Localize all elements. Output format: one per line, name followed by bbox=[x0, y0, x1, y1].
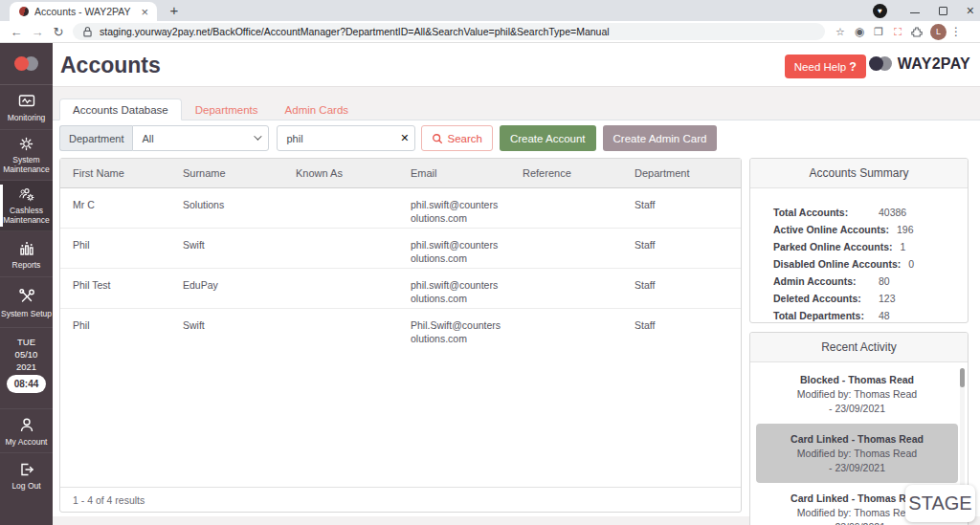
summary-row: Total Departments: 48 bbox=[773, 307, 968, 324]
browser-tab-title: Accounts - WAY2PAY bbox=[34, 6, 138, 17]
recent-activity-title: Recent Activity bbox=[750, 333, 968, 362]
tab-departments[interactable]: Departments bbox=[182, 98, 272, 120]
column-department: Department bbox=[622, 159, 741, 187]
extensions-puzzle-icon[interactable] bbox=[907, 26, 926, 38]
accounts-table: First Name Surname Known As Email Refere… bbox=[60, 159, 741, 348]
cell-department: Staff bbox=[622, 308, 741, 348]
department-label: Department bbox=[59, 125, 132, 151]
table-body: Mr C Solutions phil.swift@countersolutio… bbox=[60, 187, 741, 348]
site-favicon-icon bbox=[19, 7, 29, 16]
reports-bar-chart-icon bbox=[17, 239, 36, 257]
date-year: 2021 bbox=[0, 361, 53, 373]
activity-item-date: - 23/09/2021 bbox=[760, 402, 954, 416]
cell-surname: Solutions bbox=[170, 187, 283, 228]
cell-email: phil.swift@countersolutions.com bbox=[398, 187, 510, 228]
clear-search-icon[interactable]: ✕ bbox=[400, 132, 409, 144]
sidebar-item-my-account[interactable]: My Account bbox=[0, 409, 53, 453]
cell-surname: Swift bbox=[170, 308, 283, 348]
gear-icon bbox=[16, 136, 36, 152]
summary-label: Parked Online Accounts: bbox=[773, 238, 892, 255]
extension-panel-icon[interactable]: ❐ bbox=[869, 26, 888, 38]
activity-item-modified-by: Modified by: Thomas Read bbox=[760, 447, 954, 461]
browser-profile-avatar[interactable]: L bbox=[930, 24, 947, 40]
brand-logo: WAY2PAY bbox=[869, 55, 970, 73]
cell-known-as bbox=[283, 187, 398, 228]
cell-reference bbox=[510, 308, 622, 348]
results-count: 1 - 4 of 4 results bbox=[60, 487, 741, 512]
window-minimize-button[interactable] bbox=[910, 12, 920, 13]
search-icon bbox=[432, 133, 443, 144]
sidebar-date: TUE 05/10 2021 08:44 bbox=[0, 328, 53, 409]
back-button[interactable]: ← bbox=[6, 25, 27, 39]
tab-bar: Accounts Database Departments Admin Card… bbox=[59, 98, 362, 120]
sidebar: Monitoring System Maintenance bbox=[0, 43, 53, 525]
sidebar-item-reports[interactable]: Reports bbox=[0, 231, 53, 277]
reload-button[interactable]: ↻ bbox=[48, 25, 69, 39]
date-day: TUE bbox=[0, 336, 53, 348]
browser-tab[interactable]: Accounts - WAY2PAY × bbox=[10, 2, 157, 21]
bookmark-star-icon[interactable]: ☆ bbox=[831, 26, 850, 38]
person-icon bbox=[17, 416, 36, 434]
search-button[interactable]: Search bbox=[421, 125, 492, 151]
table-row[interactable]: Phil Swift phil.swift@countersolutions.c… bbox=[60, 228, 741, 268]
activity-item[interactable]: Card Linked - Thomas Read Modified by: T… bbox=[756, 424, 958, 483]
forward-button[interactable]: → bbox=[27, 25, 48, 39]
sidebar-item-system-setup[interactable]: System Setup bbox=[0, 277, 53, 328]
cell-known-as bbox=[283, 228, 398, 268]
sidebar-item-log-out[interactable]: Log Out bbox=[0, 453, 53, 497]
cell-email: phil.swift@countersolutions.com bbox=[398, 268, 510, 308]
accounts-table-card: First Name Surname Known As Email Refere… bbox=[59, 158, 742, 513]
create-admin-card-button[interactable]: Create Admin Card bbox=[603, 125, 718, 151]
cell-reference bbox=[510, 228, 622, 268]
need-help-button[interactable]: Need Help ? bbox=[785, 55, 866, 78]
sidebar-item-monitoring[interactable]: Monitoring bbox=[0, 85, 53, 130]
extension-scan-icon[interactable]: ⛶ bbox=[888, 26, 907, 38]
page-title: Accounts bbox=[60, 53, 161, 78]
department-select[interactable]: All bbox=[132, 125, 269, 151]
page-header: Accounts Need Help ? WAY2PAY bbox=[53, 43, 980, 87]
lock-icon bbox=[82, 26, 93, 37]
summary-value: 80 bbox=[879, 273, 890, 290]
chevron-down-icon bbox=[255, 132, 262, 140]
tab-admin-cards[interactable]: Admin Cards bbox=[272, 98, 362, 120]
column-reference: Reference bbox=[510, 159, 622, 187]
tab-close-icon[interactable]: × bbox=[138, 5, 151, 19]
summary-row: Total Accounts: 40386 bbox=[773, 204, 968, 221]
table-row[interactable]: Phil Test EduPay phil.swift@countersolut… bbox=[60, 268, 741, 308]
table-row[interactable]: Phil Swift Phil.Swift@countersolutions.c… bbox=[60, 308, 741, 348]
accounts-summary-card: Accounts Summary Total Accounts: 40386 A… bbox=[749, 158, 969, 323]
summary-label: Deleted Accounts: bbox=[773, 290, 871, 307]
cell-department: Staff bbox=[622, 228, 741, 268]
sidebar-item-system-maintenance[interactable]: System Maintenance bbox=[0, 130, 53, 181]
clock-time: 08:44 bbox=[7, 375, 47, 393]
tab-accounts-database[interactable]: Accounts Database bbox=[59, 98, 182, 120]
cell-surname: EduPay bbox=[170, 268, 283, 308]
activity-item-title: Card Linked - Thomas Read bbox=[760, 432, 954, 447]
url-bar[interactable]: staging.yourway2pay.net/BackOffice/Accou… bbox=[73, 23, 825, 40]
monitoring-icon bbox=[17, 93, 36, 110]
search-input[interactable] bbox=[278, 133, 414, 144]
summary-label: Disabled Online Accounts: bbox=[773, 255, 901, 273]
summary-value: 123 bbox=[879, 290, 896, 307]
column-known-as: Known As bbox=[283, 159, 398, 187]
sidebar-logo bbox=[0, 43, 53, 85]
summary-value: 196 bbox=[897, 221, 914, 238]
heart-icon[interactable]: ♥ bbox=[873, 4, 887, 18]
summary-value: 40386 bbox=[879, 204, 906, 221]
search-box: ✕ bbox=[277, 125, 415, 151]
cell-known-as bbox=[283, 268, 398, 308]
window-maximize-button[interactable] bbox=[939, 7, 947, 15]
extension-record-icon[interactable]: ◉ bbox=[850, 25, 869, 38]
browser-menu-icon[interactable]: ⋮ bbox=[947, 25, 966, 38]
new-tab-button[interactable]: + bbox=[165, 2, 184, 19]
cell-email: Phil.Swift@countersolutions.com bbox=[398, 308, 510, 348]
create-account-button[interactable]: Create Account bbox=[500, 125, 596, 151]
table-row[interactable]: Mr C Solutions phil.swift@countersolutio… bbox=[60, 187, 741, 228]
brand-text: WAY2PAY bbox=[898, 55, 970, 73]
summary-value: 0 bbox=[908, 255, 914, 273]
sidebar-item-cashless-maintenance[interactable]: Cashless Maintenance bbox=[0, 181, 53, 231]
summary-row: Admin Accounts: 80 bbox=[773, 273, 968, 290]
activity-item[interactable]: Blocked - Thomas Read Modified by: Thoma… bbox=[756, 364, 958, 424]
activity-scrollbar-thumb[interactable] bbox=[960, 368, 965, 387]
window-close-button[interactable]: × bbox=[967, 4, 974, 17]
